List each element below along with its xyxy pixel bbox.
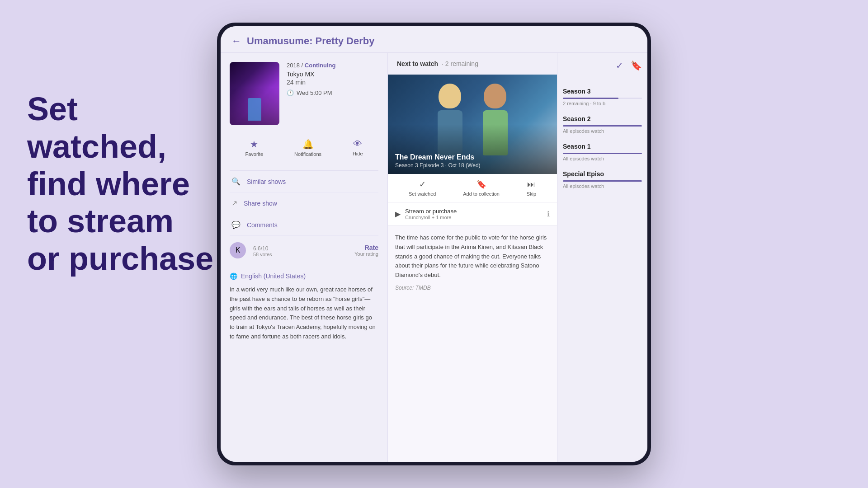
favorite-label: Favorite — [245, 151, 263, 157]
hero-line4: or purchase — [27, 240, 213, 277]
special-progress — [563, 180, 642, 182]
special-status: All episodes watch — [563, 183, 642, 189]
next-watch-label: Next to watch — [397, 60, 438, 67]
rating-info: 6.6/10 58 votes — [253, 244, 272, 257]
hero-line2: find where — [27, 166, 190, 202]
episode-card: The Dream Never Ends Season 3 Episode 3 … — [388, 75, 557, 300]
play-icon: ▶ — [395, 210, 401, 218]
content-area: 2018 / Continuing Tokyo MX 24 min 🕐 Wed … — [221, 53, 647, 462]
stream-row[interactable]: ▶ Stream or purchase Crunchyroll + 1 mor… — [388, 202, 557, 226]
share-show-label: Share show — [244, 200, 277, 207]
share-show-item[interactable]: ↗ Share show — [230, 192, 378, 214]
stream-label: Stream or purchase — [405, 208, 457, 215]
show-separator: / — [302, 62, 303, 69]
set-watched-button[interactable]: ✓ Set watched — [409, 179, 436, 197]
season-1-item[interactable]: Season 1 All episodes watch — [563, 143, 642, 161]
show-poster — [230, 62, 279, 125]
ep-info-overlay: The Dream Never Ends Season 3 Episode 3 … — [388, 148, 557, 174]
rating-avatar: K — [230, 242, 246, 258]
back-button[interactable]: ← — [231, 35, 241, 47]
app-header: ← Umamusume: Pretty Derby — [221, 26, 647, 53]
rate-section: Rate Your rating — [354, 244, 378, 257]
bookmark-top-icon[interactable]: 🔖 — [631, 60, 642, 76]
show-meta: 2018 / Continuing Tokyo MX 24 min 🕐 Wed … — [287, 62, 378, 125]
right-panel: Next to watch · 2 remaining — [388, 53, 647, 462]
season-1-status: All episodes watch — [563, 156, 642, 161]
similar-shows-label: Similar shows — [247, 178, 286, 185]
show-status: Continuing — [305, 62, 336, 69]
skip-label: Skip — [527, 191, 536, 197]
season-2-item[interactable]: Season 2 All episodes watch — [563, 115, 642, 134]
hero-line1: Set watched, — [27, 91, 166, 164]
special-episodes-item[interactable]: Special Episo All episodes watch — [563, 170, 642, 189]
show-duration: 24 min — [287, 79, 378, 86]
next-watch-panel: Next to watch · 2 remaining — [388, 53, 557, 462]
comments-label: Comments — [247, 221, 278, 229]
season-1-progress — [563, 153, 642, 154]
your-rating-label: Your rating — [354, 251, 378, 257]
comments-item[interactable]: 💬 Comments — [230, 214, 378, 236]
season-2-progress — [563, 125, 642, 127]
menu-items: 🔍 Similar shows ↗ Share show 💬 Comments — [230, 170, 378, 236]
left-panel: 2018 / Continuing Tokyo MX 24 min 🕐 Wed … — [221, 53, 388, 462]
show-year: 2018 — [287, 62, 300, 69]
globe-icon: 🌐 — [230, 272, 237, 280]
hero-line3: to stream — [27, 203, 174, 239]
tablet-device: ← Umamusume: Pretty Derby 2018 / — [217, 23, 651, 465]
rating-section: K 6.6/10 58 votes Rate Your rating — [230, 236, 378, 265]
season-3-status: 2 remaining · 9 to b — [563, 101, 642, 106]
show-info: 2018 / Continuing Tokyo MX 24 min 🕐 Wed … — [230, 62, 378, 125]
poster-figure — [248, 98, 261, 121]
episode-meta: Season 3 Episode 3 · Oct 18 (Wed) — [395, 162, 550, 169]
top-icons: ✓ 🔖 — [563, 60, 642, 82]
add-to-collection-button[interactable]: 🔖 Add to collection — [463, 179, 500, 197]
notifications-button[interactable]: 🔔 Notifications — [294, 139, 321, 157]
rating-score: 6.6/10 — [253, 244, 272, 252]
similar-shows-item[interactable]: 🔍 Similar shows — [230, 171, 378, 192]
hide-label: Hide — [353, 151, 363, 156]
season-3-bar — [563, 98, 618, 99]
special-episodes-name: Special Episo — [563, 170, 642, 178]
season-1-bar — [563, 153, 642, 154]
episode-description: The time has come for the public to vote… — [388, 226, 557, 300]
special-bar — [563, 180, 642, 182]
search-icon: 🔍 — [231, 177, 241, 186]
show-time: 🕐 Wed 5:00 PM — [287, 89, 378, 96]
clock-icon: 🕐 — [287, 89, 294, 96]
notifications-label: Notifications — [294, 151, 321, 157]
hide-button[interactable]: 👁 Hide — [353, 139, 363, 157]
remaining-badge: · 2 remaining — [442, 60, 478, 67]
episode-actions: ✓ Set watched 🔖 Add to collection ⏭ Skip — [388, 174, 557, 202]
set-watched-label: Set watched — [409, 191, 436, 197]
season-3-progress — [563, 98, 642, 99]
skip-button[interactable]: ⏭ Skip — [527, 180, 536, 197]
ep-source: Source: TMDB — [395, 284, 550, 292]
app-title: Umamusume: Pretty Derby — [247, 35, 374, 47]
star-icon: ★ — [250, 139, 258, 150]
info-icon[interactable]: ℹ — [547, 210, 550, 218]
season-3-item[interactable]: Season 3 2 remaining · 9 to b — [563, 88, 642, 106]
show-network: Tokyo MX — [287, 70, 378, 78]
stream-info: Stream or purchase Crunchyroll + 1 more — [405, 208, 457, 220]
tablet-screen: ← Umamusume: Pretty Derby 2018 / — [221, 26, 647, 462]
season-2-name: Season 2 — [563, 115, 642, 122]
show-description: In a world very much like our own, great… — [230, 285, 378, 342]
check-top-icon[interactable]: ✓ — [616, 60, 623, 76]
ep-desc-text: The time has come for the public to vote… — [395, 233, 550, 280]
episode-thumbnail: The Dream Never Ends Season 3 Episode 3 … — [388, 75, 557, 174]
add-to-collection-label: Add to collection — [463, 191, 500, 197]
eye-icon: 👁 — [353, 139, 362, 149]
favorite-button[interactable]: ★ Favorite — [245, 139, 263, 157]
show-year-status: 2018 / Continuing — [287, 62, 378, 69]
seasons-sidebar: ✓ 🔖 Season 3 2 remaining · 9 to b Season… — [557, 53, 647, 462]
show-airtime: Wed 5:00 PM — [297, 89, 332, 96]
season-2-status: All episodes watch — [563, 128, 642, 134]
rate-button[interactable]: Rate — [365, 244, 378, 251]
next-watch-header: Next to watch · 2 remaining — [388, 53, 557, 75]
action-buttons: ★ Favorite 🔔 Notifications 👁 Hide — [230, 134, 378, 161]
skip-icon: ⏭ — [527, 180, 535, 189]
bookmark-icon: 🔖 — [476, 179, 486, 189]
check-icon: ✓ — [419, 179, 426, 189]
language-link[interactable]: 🌐 English (United States) — [230, 272, 378, 280]
season-1-name: Season 1 — [563, 143, 642, 150]
